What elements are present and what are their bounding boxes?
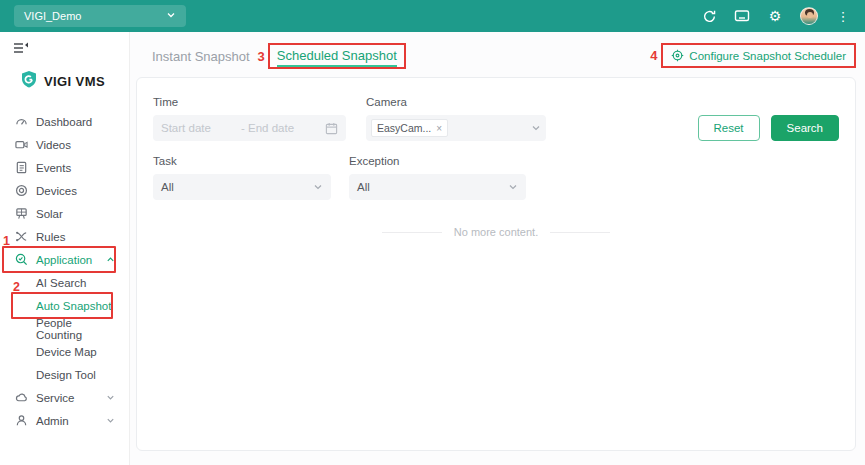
sidebar-item-label: Videos (36, 139, 71, 151)
sidebar-item-label: Auto Snapshot (36, 300, 111, 312)
sidebar-nav: Dashboard Videos Events Devices Solar Ru… (0, 110, 129, 432)
sidebar: VIGI VMS Dashboard Videos Events Devices… (0, 32, 130, 465)
sidebar-item-dashboard[interactable]: Dashboard (0, 110, 129, 133)
sidebar-item-label: Device Map (36, 346, 97, 358)
topbar: VIGI_Demo ⚙ ⋮ (0, 0, 865, 32)
solar-icon (14, 207, 28, 221)
sidebar-item-videos[interactable]: Videos (0, 133, 129, 156)
configure-scheduler-gear-icon (671, 49, 684, 62)
main-content: Instant Snapshot 3 Scheduled Snapshot 4 … (130, 32, 865, 465)
chevron-down-icon (313, 182, 323, 192)
annotation-number-3: 3 (258, 49, 265, 64)
chevron-down-icon (508, 182, 518, 192)
refresh-icon[interactable] (701, 8, 717, 24)
tabs-row: Instant Snapshot 3 Scheduled Snapshot (152, 43, 406, 69)
start-date-placeholder: Start date (161, 122, 241, 134)
tab-instant-snapshot[interactable]: Instant Snapshot (152, 49, 250, 64)
sidebar-item-label: Application (36, 254, 92, 266)
chevron-down-icon (531, 123, 541, 133)
camera-tag-label: EasyCam... (377, 122, 431, 134)
empty-state: No more content. (153, 226, 839, 238)
admin-person-icon (14, 414, 28, 428)
sidebar-item-auto-snapshot[interactable]: Auto Snapshot 2 (0, 294, 129, 317)
settings-gear-icon[interactable]: ⚙ (767, 8, 783, 24)
remove-tag-icon[interactable]: × (436, 123, 442, 134)
snapshot-panel: Time Start date - End date Camera EasyCa… (136, 77, 856, 451)
reset-button[interactable]: Reset (698, 115, 760, 141)
calendar-icon (325, 122, 338, 135)
user-avatar[interactable] (800, 7, 818, 25)
videos-icon (14, 138, 28, 152)
exception-label: Exception (349, 155, 526, 167)
sidebar-item-label: Solar (36, 208, 63, 220)
exception-select[interactable]: All (349, 174, 526, 200)
chevron-down-icon (106, 416, 115, 425)
divider (550, 232, 610, 233)
sidebar-item-label: Devices (36, 185, 77, 197)
service-cloud-icon (14, 391, 28, 405)
sidebar-item-device-map[interactable]: Device Map (0, 340, 129, 363)
camera-tag: EasyCam... × (371, 119, 448, 137)
rules-icon (14, 230, 28, 244)
tab-scheduled-snapshot[interactable]: Scheduled Snapshot (277, 48, 397, 67)
sidebar-item-label: Events (36, 162, 71, 174)
dashboard-icon (14, 115, 28, 129)
empty-state-text: No more content. (454, 226, 538, 238)
sidebar-item-devices[interactable]: Devices (0, 179, 129, 202)
chevron-up-icon (106, 255, 115, 264)
sidebar-item-label: Rules (36, 231, 65, 243)
sidebar-item-design-tool[interactable]: Design Tool (0, 363, 129, 386)
configure-scheduler-link[interactable]: Configure Snapshot Scheduler (689, 50, 846, 62)
sidebar-item-events[interactable]: Events (0, 156, 129, 179)
time-label: Time (153, 96, 346, 108)
exception-value: All (357, 181, 370, 193)
sidebar-item-label: People Counting (36, 317, 115, 341)
shield-logo-icon (20, 70, 38, 93)
annotation-box-3: Scheduled Snapshot (268, 43, 406, 69)
task-label: Task (153, 155, 331, 167)
task-value: All (161, 181, 174, 193)
sidebar-item-service[interactable]: Service (0, 386, 129, 409)
end-date-placeholder: - End date (241, 122, 325, 134)
sidebar-item-label: Dashboard (36, 116, 92, 128)
camera-select[interactable]: EasyCam... × (366, 115, 546, 141)
sidebar-item-label: Design Tool (36, 369, 96, 381)
configure-scheduler-row: 4 Configure Snapshot Scheduler (650, 43, 856, 68)
site-selector[interactable]: VIGI_Demo (14, 5, 186, 27)
sidebar-item-label: AI Search (36, 277, 87, 289)
sidebar-item-label: Service (36, 392, 74, 404)
screen-cast-icon[interactable] (734, 8, 750, 24)
site-selector-value: VIGI_Demo (24, 10, 81, 22)
sidebar-item-admin[interactable]: Admin (0, 409, 129, 432)
events-icon (14, 161, 28, 175)
sidebar-item-label: Admin (36, 415, 69, 427)
annotation-box-4: Configure Snapshot Scheduler (661, 43, 856, 68)
chevron-down-icon (106, 393, 115, 402)
divider (382, 232, 442, 233)
sidebar-item-rules[interactable]: Rules (0, 225, 129, 248)
sidebar-item-people-counting[interactable]: People Counting (0, 317, 129, 340)
annotation-number-4: 4 (650, 48, 657, 63)
search-button[interactable]: Search (771, 115, 839, 141)
application-search-icon (14, 253, 28, 267)
camera-label: Camera (366, 96, 546, 108)
collapse-sidebar-icon[interactable] (12, 41, 30, 57)
sidebar-item-application[interactable]: Application 1 (0, 248, 129, 271)
chevron-down-icon (166, 10, 176, 22)
devices-icon (14, 184, 28, 198)
sidebar-item-solar[interactable]: Solar (0, 202, 129, 225)
task-select[interactable]: All (153, 174, 331, 200)
kebab-menu-icon[interactable]: ⋮ (835, 8, 851, 24)
logo-text: VIGI VMS (44, 74, 105, 89)
app-logo: VIGI VMS (20, 70, 129, 93)
sidebar-item-ai-search[interactable]: AI Search (0, 271, 129, 294)
date-range-input[interactable]: Start date - End date (153, 115, 346, 141)
